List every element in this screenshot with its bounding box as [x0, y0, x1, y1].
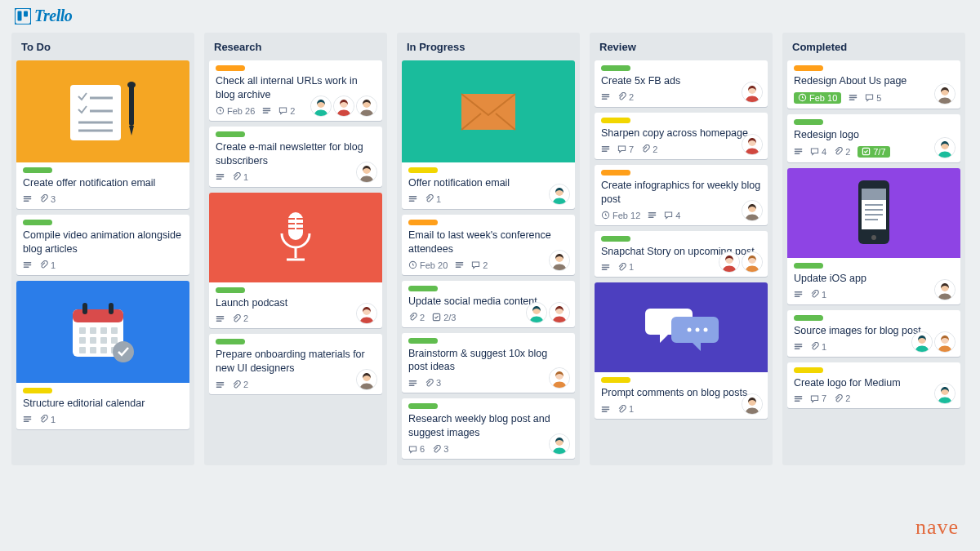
card-badges: 427/7: [794, 146, 954, 158]
card-badges: 1: [601, 404, 761, 414]
avatar[interactable]: [934, 331, 956, 353]
list[interactable]: ReviewCreate 5x FB ads2 Sharpen copy acr…: [590, 33, 773, 465]
svg-rect-25: [90, 337, 96, 344]
label-green[interactable]: [794, 315, 823, 321]
card[interactable]: Sharpen copy across homepage72: [595, 113, 768, 159]
list[interactable]: To Do Create offer notification email3Co…: [11, 33, 194, 465]
avatar[interactable]: [742, 393, 763, 415]
avatar[interactable]: [934, 279, 956, 300]
label-orange[interactable]: [408, 220, 438, 225]
label-green[interactable]: [408, 286, 438, 291]
card[interactable]: Launch podcast2: [209, 193, 382, 329]
avatar[interactable]: [742, 134, 763, 155]
card[interactable]: Redesign About Us pageFeb 105: [787, 60, 960, 109]
due-badge: Feb 10: [794, 92, 841, 104]
label-yellow[interactable]: [23, 388, 52, 393]
card-labels: [408, 338, 568, 344]
avatar[interactable]: [549, 250, 570, 271]
card-labels: [794, 367, 954, 373]
avatar[interactable]: [742, 200, 763, 221]
list[interactable]: CompletedRedesign About Us pageFeb 105 R…: [782, 33, 965, 465]
card[interactable]: Brainstorm & suggest 10x blog post ideas…: [402, 333, 575, 393]
avatar[interactable]: [549, 184, 570, 205]
list[interactable]: ResearchCheck all internal URLs work in …: [204, 33, 387, 465]
description-badge: [408, 379, 417, 388]
avatar[interactable]: [911, 331, 933, 353]
checklist-badge: 2/3: [432, 313, 456, 322]
card[interactable]: Source images for blog post1: [787, 310, 960, 357]
avatar[interactable]: [934, 83, 956, 104]
label-orange[interactable]: [601, 170, 630, 176]
avatar[interactable]: [333, 96, 354, 117]
label-yellow[interactable]: [408, 167, 438, 173]
avatar[interactable]: [742, 251, 763, 273]
avatar[interactable]: [526, 302, 547, 323]
card-members: [356, 369, 377, 390]
label-green[interactable]: [23, 220, 52, 225]
card[interactable]: Prepare onboarding materials for new UI …: [209, 334, 382, 394]
card[interactable]: Update iOS app1: [787, 168, 960, 304]
card[interactable]: Create offer notification email3: [16, 60, 189, 209]
attachments-badge: 1: [39, 260, 56, 270]
label-green[interactable]: [216, 131, 245, 137]
avatar[interactable]: [934, 383, 956, 404]
card[interactable]: Research weekly blog post and suggest im…: [402, 398, 575, 459]
card[interactable]: Offer notification email1: [402, 60, 575, 209]
card[interactable]: Email to last week's conference attendee…: [402, 215, 575, 275]
avatar[interactable]: [934, 137, 956, 158]
card-members: [742, 134, 763, 155]
card[interactable]: Compile video animation alongside blog a…: [16, 215, 189, 275]
card[interactable]: Redesign logo427/7: [787, 114, 960, 162]
card[interactable]: Create infographics for weekly blog post…: [595, 165, 768, 225]
card[interactable]: Create logo for Medium72: [787, 362, 960, 409]
svg-rect-3: [70, 85, 121, 140]
label-green[interactable]: [23, 167, 52, 173]
label-green[interactable]: [794, 119, 823, 125]
avatar[interactable]: [356, 96, 377, 117]
avatar[interactable]: [356, 162, 377, 183]
avatar[interactable]: [549, 302, 570, 323]
list-title: To Do: [16, 39, 189, 55]
card[interactable]: Prompt comments on blog posts1: [595, 282, 768, 419]
card[interactable]: Structure editorial calendar1: [16, 281, 189, 429]
svg-rect-139: [862, 189, 886, 200]
card[interactable]: Snapchat Story on upcoming post1: [595, 231, 768, 278]
label-yellow[interactable]: [794, 367, 823, 373]
card-title: Brainstorm & suggest 10x blog post ideas: [408, 347, 568, 375]
card-title: Create logo for Medium: [794, 376, 954, 390]
app-logo[interactable]: Trello: [15, 7, 72, 25]
card-members: [356, 303, 377, 324]
avatar[interactable]: [742, 82, 763, 103]
avatar[interactable]: [356, 303, 377, 324]
avatar[interactable]: [549, 367, 570, 389]
checklist-badge: 7/7: [858, 146, 889, 158]
label-orange[interactable]: [216, 65, 245, 71]
avatar[interactable]: [719, 251, 740, 273]
avatar[interactable]: [549, 433, 570, 455]
label-green[interactable]: [216, 287, 245, 293]
card-labels: [601, 170, 761, 176]
list-title: Review: [595, 39, 768, 55]
card-title: Prepare onboarding materials for new UI …: [216, 348, 376, 375]
label-yellow[interactable]: [601, 118, 630, 123]
svg-rect-24: [79, 337, 86, 344]
card[interactable]: Update social media content22/3: [402, 281, 575, 327]
avatar[interactable]: [310, 96, 332, 117]
label-yellow[interactable]: [601, 377, 630, 383]
svg-point-118: [696, 328, 700, 332]
label-green[interactable]: [408, 338, 438, 344]
card[interactable]: Create e-mail newsletter for blog subscr…: [209, 127, 382, 187]
label-green[interactable]: [408, 403, 438, 409]
card[interactable]: Create 5x FB ads2: [595, 60, 768, 107]
svg-rect-27: [111, 337, 118, 344]
trello-icon: [15, 8, 31, 24]
label-orange[interactable]: [794, 65, 823, 71]
label-green[interactable]: [216, 339, 245, 344]
card[interactable]: Check all internal URLs work in blog arc…: [209, 60, 382, 121]
label-green[interactable]: [794, 263, 823, 269]
label-green[interactable]: [601, 236, 630, 242]
label-green[interactable]: [601, 65, 630, 71]
avatar[interactable]: [356, 369, 377, 390]
list[interactable]: In Progress Offer notification email1 Em…: [397, 33, 580, 465]
card-labels: [216, 65, 376, 71]
